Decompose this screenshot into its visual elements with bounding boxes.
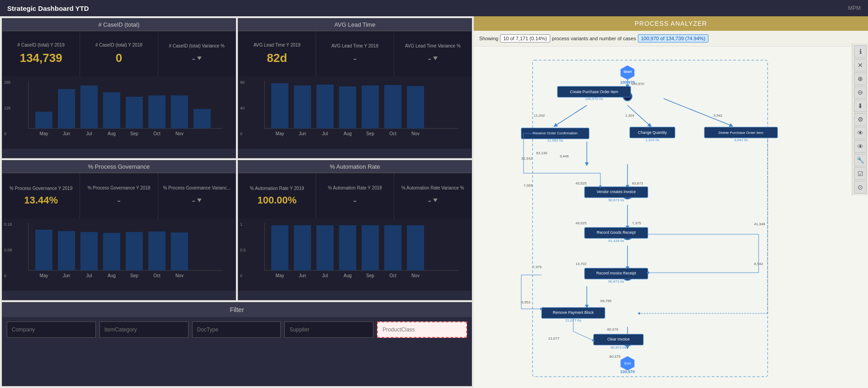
download-tool-btn[interactable]: ⬇: [854, 99, 867, 112]
svg-text:3,542: 3,542: [713, 114, 723, 118]
svg-text:7,555: 7,555: [524, 184, 533, 188]
circle-tool-btn[interactable]: ⊙: [854, 181, 867, 194]
svg-text:100,970: 100,970: [631, 82, 644, 86]
svg-text:Oct: Oct: [153, 131, 160, 136]
process-gov-kpi-row: % Process Governance Y 2019 13.44% % Pro…: [2, 173, 236, 218]
company-input[interactable]: [7, 322, 96, 338]
process-gov-arrow-icon: [197, 199, 202, 202]
svg-text:Record Invoice Receipt: Record Invoice Receipt: [596, 271, 637, 275]
svg-rect-35: [35, 230, 52, 270]
app-logo: MPM: [848, 5, 861, 11]
svg-text:91,428  0s: 91,428 0s: [608, 239, 624, 243]
automation-kpi-3: % Automation Rate Variance % -: [394, 173, 472, 218]
svg-text:83,873: 83,873: [632, 181, 643, 185]
svg-rect-7: [148, 95, 165, 128]
avg-lead-kpi2-label: AVG Lead Time Y 2018: [331, 43, 378, 48]
caseid-kpi1-value: 134,739: [20, 51, 62, 65]
info-tool-btn[interactable]: ℹ: [854, 45, 867, 58]
svg-rect-21: [316, 85, 334, 128]
svg-rect-2: [35, 112, 52, 128]
process-gov-kpi2-label: % Process Governance Y 2018: [87, 185, 150, 190]
svg-text:62,130: 62,130: [536, 151, 547, 155]
svg-rect-65: [533, 60, 768, 377]
caseid-kpi-2: # CaseID (total) Y 2018 0: [80, 31, 158, 76]
process-gov-kpi3-value: -: [192, 194, 202, 207]
svg-text:May: May: [40, 131, 48, 136]
item-category-input[interactable]: [99, 322, 189, 338]
automation-section: % Automation Rate % Automation Rate Y 20…: [238, 160, 472, 300]
avg-lead-kpi3-label: AVG Lead Time Variance %: [405, 43, 461, 48]
avg-lead-kpi1-value: 82d: [267, 51, 287, 65]
svg-rect-25: [407, 86, 424, 128]
automation-header: % Automation Rate: [238, 161, 472, 173]
process-gov-kpi-1: % Process Governance Y 2019 13.44%: [2, 173, 80, 218]
product-class-input[interactable]: [377, 322, 467, 338]
svg-text:11,092  0s: 11,092 0s: [547, 138, 563, 142]
wrench-tool-btn[interactable]: 🔧: [854, 154, 867, 166]
svg-rect-37: [80, 232, 98, 270]
automation-arrow-icon: [433, 199, 438, 202]
svg-text:Receive Order Confirmation: Receive Order Confirmation: [533, 131, 577, 135]
avg-lead-kpi2-value: -: [353, 52, 357, 65]
svg-rect-5: [103, 92, 120, 128]
supplier-input[interactable]: [284, 322, 373, 338]
analyzer-toolbar: ℹ ✕ ⊕ ⊖ ⬇ ⚙ 👁 👁 🔧 ☑ ⊙: [852, 43, 868, 195]
svg-rect-9: [193, 109, 211, 128]
check-tool-btn[interactable]: ☑: [854, 167, 867, 180]
process-flow-area: Start 100,970 100,970 Create Purchase Or…: [474, 47, 868, 388]
svg-text:13,702: 13,702: [576, 262, 587, 266]
avg-lead-kpi-3: AVG Lead Time Variance % -: [394, 31, 472, 76]
svg-text:49,525: 49,525: [576, 221, 587, 225]
zoom-out-tool-btn[interactable]: ⊖: [854, 86, 867, 99]
svg-text:3,446: 3,446: [560, 154, 569, 158]
process-gov-header: % Process Governance: [2, 161, 236, 173]
svg-rect-54: [339, 225, 356, 270]
zoom-in-tool-btn[interactable]: ⊕: [854, 72, 867, 85]
svg-rect-22: [339, 86, 356, 128]
caseid-chart: 26k 12k 0 Ma: [2, 76, 236, 149]
settings-tool-btn[interactable]: ⚙: [854, 113, 867, 126]
caseid-kpi2-label: # CaseID (total) Y 2018: [95, 43, 142, 47]
svg-text:Jun: Jun: [299, 273, 306, 278]
doc-type-input[interactable]: [192, 322, 281, 338]
bottom-sections: % Process Governance % Process Governanc…: [2, 160, 472, 300]
svg-text:Jun: Jun: [63, 273, 70, 278]
process-flow-svg: Start 100,970 100,970 Create Purchase Or…: [496, 47, 868, 388]
process-gov-chart-svg: May Jun Jul Aug Sep Oct Nov: [6, 223, 232, 282]
cases-badge: 100,970 of 134,739 (74.94%): [638, 34, 709, 43]
svg-text:1,324  0s: 1,324 0s: [646, 138, 660, 142]
svg-text:90,873  0s: 90,873 0s: [608, 279, 624, 284]
svg-rect-52: [294, 225, 311, 270]
svg-rect-36: [58, 231, 75, 270]
svg-text:41,348: 41,348: [754, 222, 765, 226]
automation-chart: 1 0.5 0 May J: [238, 218, 472, 291]
svg-text:21,077: 21,077: [548, 336, 560, 341]
svg-text:Jul: Jul: [86, 273, 92, 278]
svg-text:May: May: [40, 273, 48, 278]
filter-row[interactable]: [2, 317, 472, 342]
svg-text:Sep: Sep: [366, 273, 374, 278]
variants-text: process variants and number of cases: [552, 36, 636, 41]
svg-text:Oct: Oct: [153, 273, 160, 278]
svg-rect-39: [126, 232, 143, 270]
process-gov-kpi-2: % Process Governance Y 2018 -: [80, 173, 158, 218]
svg-text:Aug: Aug: [344, 131, 352, 136]
filter-header: Filter: [2, 303, 472, 317]
svg-text:Oct: Oct: [389, 273, 396, 278]
automation-chart-svg: May Jun Jul Aug Sep Oct Nov: [242, 223, 468, 282]
avg-lead-arrow-icon: [433, 57, 438, 60]
svg-text:Aug: Aug: [108, 273, 116, 278]
caseid-kpi-1: # CaseID (total) Y 2019 134,739: [2, 31, 80, 76]
avg-lead-kpi-row: AVG Lead Time Y 2019 82d AVG Lead Time Y…: [238, 31, 472, 76]
svg-text:90,872  0s: 90,872 0s: [610, 345, 626, 350]
svg-text:May: May: [276, 273, 284, 278]
avg-lead-chart-svg: May Jun Jul Aug Sep Oct Nov: [242, 81, 468, 140]
right-panel: PROCESS ANALYZER Showing 10 of 7,171 (0.…: [474, 16, 868, 388]
close-tool-btn[interactable]: ✕: [854, 59, 867, 71]
eye1-tool-btn[interactable]: 👁: [854, 127, 867, 139]
svg-rect-53: [316, 225, 334, 270]
svg-rect-51: [271, 225, 288, 270]
svg-text:32,342: 32,342: [521, 156, 533, 161]
eye2-tool-btn[interactable]: 👁: [854, 140, 867, 153]
svg-text:80,379: 80,379: [609, 355, 621, 359]
